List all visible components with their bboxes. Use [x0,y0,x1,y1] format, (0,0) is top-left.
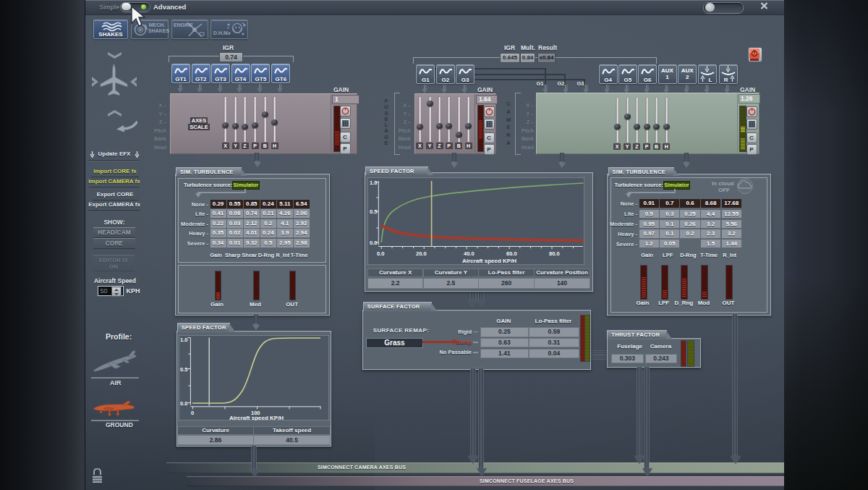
svg-text:40.0: 40.0 [464,250,475,257]
svg-text:60.0: 60.0 [506,250,517,257]
svg-text:0: 0 [191,410,194,416]
svg-text:0.5: 0.5 [370,208,377,215]
svg-text:0.0: 0.0 [180,400,187,407]
svg-text:1.0: 1.0 [370,179,377,186]
svg-text:0.0: 0.0 [370,240,377,246]
svg-text:20.0: 20.0 [416,250,427,257]
svg-text:0.5: 0.5 [180,366,187,373]
svg-text:1.0: 1.0 [180,337,187,343]
svg-text:Aircraft speed KP/H: Aircraft speed KP/H [229,415,284,421]
svg-text:Aircraft speed KP/H: Aircraft speed KP/H [462,258,516,264]
svg-text:80.0: 80.0 [549,250,560,257]
svg-text:0.0: 0.0 [377,250,384,257]
